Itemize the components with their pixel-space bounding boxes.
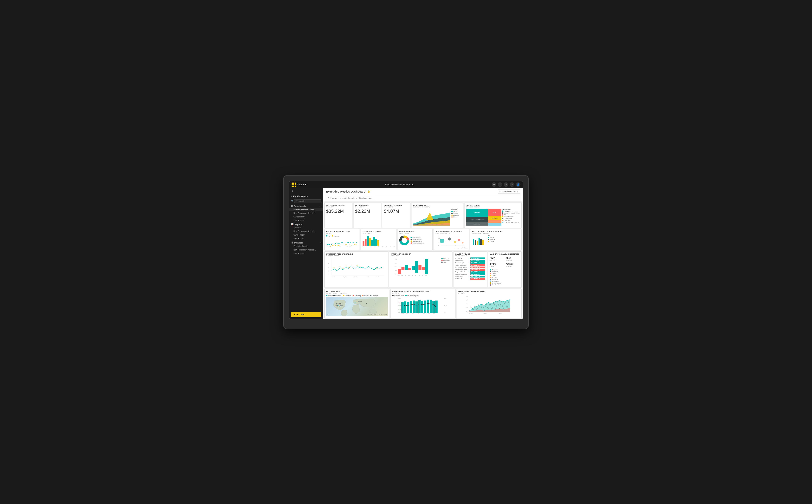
feedback-title: Feedback Ratings — [362, 231, 394, 233]
tile-campaign-metrics: Marketing Campaign Metrics 9521 Stocked … — [488, 251, 522, 288]
help-icon[interactable]: ? — [504, 182, 508, 187]
svg-text:8: 8 — [328, 263, 329, 264]
variance-title: Varience to Budget — [391, 253, 451, 255]
variance-chart: $50K $40K $30K $20K $0K — [391, 257, 440, 276]
svg-rect-76 — [419, 265, 422, 270]
svg-text:30K: 30K — [467, 300, 468, 301]
reports-group[interactable]: 📊 Reports — [289, 222, 323, 226]
svg-text:Jun 14: Jun 14 — [354, 276, 357, 277]
tile-expected-revenue: Expected Revenue THIS YEAR $85.22M — [324, 203, 352, 228]
sidebar-item-financial[interactable]: Financial Sample — [289, 244, 323, 248]
svg-rect-108 — [401, 302, 403, 313]
feedback-trend-subtitle: AVERAGE SCORE — [326, 255, 386, 257]
feedback-chart — [362, 235, 394, 246]
svg-rect-70 — [398, 269, 401, 274]
svg-text:$0: $0 — [444, 312, 446, 313]
pipeline-closed-won: Closed Won $26,112,810.00 — [455, 276, 485, 277]
svg-text:10K: 10K — [467, 307, 468, 308]
svg-point-96 — [341, 305, 342, 305]
svg-text:7.59: 7.59 — [359, 266, 361, 267]
svg-text:March: March — [407, 313, 409, 314]
sidebar-item-report-newtech[interactable]: New Technology Adoptio... — [289, 230, 323, 233]
topbar: Power BI Executive Metrics Dashboard ⚙ ↓… — [289, 181, 523, 188]
legend-contracting: Contracting & Services — [502, 222, 520, 223]
traffic-subtitle: BY DATE — [326, 233, 358, 234]
svg-rect-34 — [477, 241, 478, 245]
sidebar-item-new-tech[interactable]: New Technology Adoption — [289, 211, 323, 215]
sidebar-item-people[interactable]: People View — [289, 219, 323, 222]
workspace-header[interactable]: ▾ My Workspace — [289, 194, 323, 199]
reports-icon: 📊 — [291, 223, 293, 225]
svg-text:Mar 2015: Mar 2015 — [347, 246, 351, 247]
filter-input[interactable] — [294, 199, 321, 203]
svg-text:Jan: Jan — [398, 275, 399, 276]
svg-rect-116 — [424, 301, 426, 313]
download-icon[interactable]: ↓ — [498, 182, 502, 187]
lock-icon: 🔒 — [367, 190, 370, 193]
treemap-contracting — [488, 223, 501, 225]
svg-text:Feb 2015: Feb 2015 — [337, 246, 341, 247]
visits-chart: 0.8M 0.6M 0.4M 0.2M 0M $1K $0.5K $0 — [392, 297, 454, 314]
get-data-button[interactable]: ↗ Get Data — [291, 312, 321, 317]
share-button[interactable]: ⬡ Share Dashboard — [498, 190, 520, 193]
svg-text:7.43: 7.43 — [342, 268, 344, 269]
reports-label: Reports — [294, 223, 302, 226]
svg-rect-73 — [408, 268, 411, 270]
add-dashboard-icon[interactable]: + — [320, 205, 321, 207]
sidebar-item-dataset-newtech[interactable]: New Technology Adoptio... — [289, 248, 323, 252]
svg-rect-113 — [416, 301, 418, 313]
waffle-icon[interactable] — [291, 183, 296, 187]
hamburger-icon[interactable]: ≡ — [289, 188, 323, 194]
legend-raw: Raw Materials — [502, 216, 520, 218]
svg-point-20 — [448, 237, 451, 240]
svg-text:February: February — [401, 313, 404, 314]
sidebar-item-dataset-people[interactable]: People View — [289, 252, 323, 255]
svg-point-18 — [402, 238, 406, 242]
user-avatar[interactable]: 👤 — [516, 182, 521, 187]
total-invoice-month-title: Total Invoice — [355, 204, 379, 206]
qa-input[interactable] — [326, 196, 375, 200]
svg-text:$0K: $0K — [395, 274, 396, 275]
dashboard-rows: Expected Revenue THIS YEAR $85.22M Total… — [323, 201, 523, 319]
svg-text:0.2M: 0.2M — [398, 309, 400, 310]
tile-customer-feedback-trend: Customer Feedback Trend AVERAGE SCORE 10… — [324, 251, 388, 288]
add-dataset-icon[interactable]: + — [320, 241, 321, 244]
svg-text:9.00: 9.00 — [345, 265, 347, 267]
svg-text:May 2015: May 2015 — [469, 313, 473, 314]
sidebar-item-executive[interactable]: Executive Metrics Dashb... — [289, 208, 323, 211]
dashboards-group[interactable]: ⊞ Dashboards + — [289, 204, 323, 208]
treemap-other: Other — [488, 209, 501, 216]
row1: Expected Revenue THIS YEAR $85.22M Total… — [324, 203, 522, 228]
sidebar: ≡ ▾ My Workspace 🔍 ⊞ Dashboards + Execut… — [289, 188, 323, 319]
metric-bounced: 7053 Bounced — [506, 257, 520, 261]
feedback-subtitle: BY SCORE — [362, 233, 394, 234]
sidebar-item-report-people[interactable]: People View — [289, 237, 323, 240]
settings-icon[interactable]: ⚙ — [492, 182, 496, 187]
svg-text:8.50: 8.50 — [336, 269, 338, 270]
svg-rect-32 — [473, 239, 474, 245]
tile-variance-budget: Varience to Budget BY MONTH $50K $40K $3… — [389, 251, 453, 288]
svg-rect-77 — [422, 267, 425, 270]
svg-point-99 — [366, 303, 367, 304]
svg-text:April: April — [431, 224, 433, 225]
campaign-stats-title: Marketing Campaign Stats — [458, 291, 520, 292]
visits-subtitle: BY MONTH — [392, 292, 454, 294]
datasets-group[interactable]: 🗄 Datasets + — [289, 240, 323, 244]
svg-rect-71 — [401, 267, 404, 270]
svg-text:9.00: 9.00 — [348, 267, 349, 268]
svg-text:$1K: $1K — [444, 298, 446, 299]
share-label: Share Dashboard — [502, 190, 518, 193]
svg-text:7.42: 7.42 — [339, 266, 341, 267]
feedback-icon[interactable]: ☺ — [510, 182, 515, 187]
svg-text:40K: 40K — [467, 296, 468, 297]
svg-text:May 17: May 17 — [331, 276, 335, 277]
svg-text:Feb: Feb — [479, 245, 480, 246]
invoice-budget-title: Total Invoice, Budget Amount — [472, 231, 520, 233]
sidebar-item-report-company[interactable]: Our Company — [289, 233, 323, 237]
sidebar-item-our-company[interactable]: Our company — [289, 215, 323, 219]
svg-point-94 — [341, 306, 341, 306]
tile-sales-pipeline: Sales Pipeline BY STAGENAME Prospecting … — [454, 251, 487, 288]
sidebar-item-30dollar[interactable]: 30 dollar — [289, 226, 323, 230]
svg-point-95 — [337, 306, 338, 307]
svg-text:$30K: $30K — [395, 266, 397, 267]
